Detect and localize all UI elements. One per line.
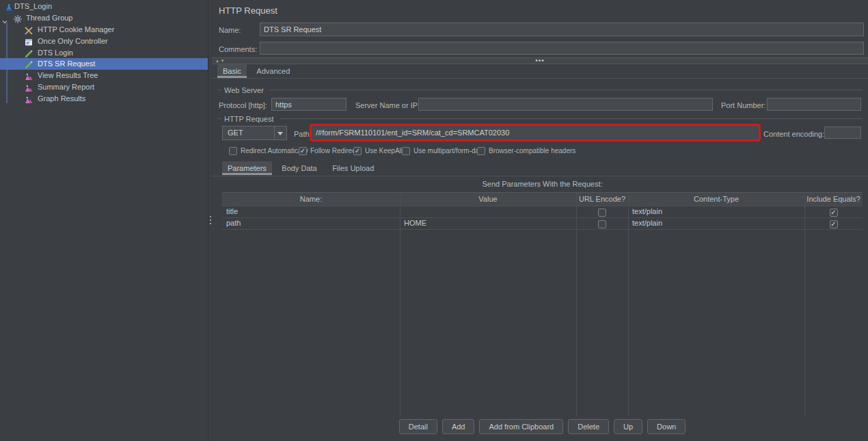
comments-label: Comments:	[219, 45, 257, 53]
name-label: Name:	[219, 26, 241, 34]
delete-button[interactable]: Delete	[568, 419, 609, 434]
tabs-separator	[212, 78, 868, 79]
tree-item-label: Graph Results	[38, 94, 85, 103]
tree-item-view-results-tree[interactable]: View Results Tree	[0, 70, 208, 81]
url-encode-checkbox[interactable]	[598, 220, 606, 228]
parameters-table: Name: Value URL Encode? Content-Type Inc…	[222, 192, 863, 416]
use-multipart-checkbox[interactable]	[402, 147, 410, 155]
page-title: HTTP Request	[219, 5, 277, 16]
include-equals-checkbox[interactable]	[830, 220, 838, 228]
checkbox-item: Browser-compatible headers	[477, 144, 575, 155]
tree-item-label: DTS_Login	[14, 2, 52, 10]
cell-content-type[interactable]: text/plain	[628, 217, 804, 229]
chevron-down-icon	[277, 132, 283, 135]
sampler-icon	[25, 59, 33, 68]
use-keepalive-checkbox[interactable]	[353, 147, 362, 155]
table-buttons: Detail Add Add from Clipboard Delete Up …	[222, 419, 863, 434]
up-button[interactable]: Up	[614, 419, 642, 434]
method-value: GET	[228, 129, 243, 137]
tab-body-data[interactable]: Body Data	[276, 161, 322, 175]
path-label: Path:	[294, 130, 312, 138]
cell-value[interactable]	[400, 206, 576, 217]
cell-include-equals[interactable]	[804, 217, 863, 229]
tree-item-label: Once Only Controller	[38, 37, 108, 45]
tree-item-test-plan[interactable]: DTS_Login	[0, 1, 208, 12]
tab-parameters[interactable]: Parameters	[222, 161, 272, 175]
column-header-url-encode: URL Encode?	[576, 193, 628, 206]
content-encoding-label: Content encoding:	[763, 130, 824, 138]
tree-item-label: DTS SR Request	[38, 59, 95, 68]
cell-url-encode[interactable]	[576, 217, 628, 229]
port-number-input[interactable]	[767, 98, 861, 111]
group-border	[217, 90, 221, 90]
tree-item-graph-results[interactable]: Graph Results	[0, 93, 208, 105]
tree-item-thread-group[interactable]: Thread Group	[0, 12, 208, 24]
controller-icon	[25, 37, 33, 45]
param-tabs-separator	[212, 176, 868, 176]
splitter-grip-icon[interactable]	[210, 216, 211, 217]
comments-input[interactable]	[260, 42, 864, 55]
port-number-label: Port Number:	[721, 101, 765, 109]
collapse-grip-icon[interactable]	[535, 57, 545, 65]
tree-item-dts-sr-request[interactable]: DTS SR Request	[0, 58, 208, 70]
name-input[interactable]	[260, 23, 864, 36]
tree-item-dts-login[interactable]: DTS Login	[0, 47, 208, 59]
column-header-content-type: Content-Type	[628, 193, 804, 206]
sampler-icon	[25, 49, 33, 57]
listener-icon	[25, 71, 33, 79]
method-select[interactable]: GET	[222, 126, 287, 140]
checkbox-label: Browser-compatible headers	[489, 147, 575, 155]
cell-value[interactable]: HOME	[400, 217, 576, 229]
checkbox-item: Redirect Automatically	[229, 144, 308, 155]
test-plan-tree: DTS_Login Thread Group HTTP Cookie Manag…	[0, 0, 208, 441]
path-highlight-box	[310, 124, 761, 142]
browser-compatible-headers-checkbox[interactable]	[477, 147, 485, 155]
down-button[interactable]: Down	[647, 419, 686, 434]
add-button[interactable]: Add	[442, 419, 475, 434]
dropdown-button[interactable]	[274, 126, 286, 139]
main-tabs: Basic Advanced	[217, 64, 297, 79]
include-equals-checkbox[interactable]	[830, 209, 838, 217]
tree-item-http-cookie-manager[interactable]: HTTP Cookie Manager	[0, 24, 208, 36]
follow-redirects-checkbox[interactable]	[299, 147, 307, 155]
redirect-automatically-checkbox[interactable]	[229, 147, 237, 155]
chevron-down-icon[interactable]	[2, 15, 8, 21]
cell-name[interactable]: title	[222, 206, 400, 217]
tree-item-once-only-controller[interactable]: Once Only Controller	[0, 36, 208, 47]
tree-item-summary-report[interactable]: Summary Report	[0, 81, 208, 93]
jmeter-window: DTS_Login Thread Group HTTP Cookie Manag…	[0, 0, 868, 441]
server-name-input[interactable]	[418, 98, 713, 111]
tree-item-label: View Results Tree	[38, 71, 98, 79]
tab-basic[interactable]: Basic	[217, 64, 247, 78]
thread-group-icon	[14, 14, 22, 22]
http-request-panel: HTTP Request Name: Comments: Basic Advan…	[212, 0, 868, 441]
listener-icon	[25, 83, 33, 91]
server-name-label: Server Name or IP:	[355, 101, 420, 109]
content-encoding-input[interactable]	[824, 126, 861, 139]
add-from-clipboard-button[interactable]: Add from Clipboard	[479, 419, 563, 434]
param-tabs: Parameters Body Data Files Upload	[222, 161, 381, 176]
tab-files-upload[interactable]: Files Upload	[327, 161, 379, 175]
cell-name[interactable]: path	[222, 217, 400, 229]
listener-icon	[25, 94, 33, 103]
tree-item-label: DTS Login	[38, 49, 73, 57]
checkbox-item: Follow Redirects	[299, 144, 361, 155]
url-encode-checkbox[interactable]	[598, 209, 606, 217]
group-border	[269, 90, 863, 90]
tab-advanced[interactable]: Advanced	[251, 64, 295, 78]
checkbox-item: Use multipart/form-data	[402, 144, 485, 155]
http-request-group-title: HTTP Request	[224, 115, 274, 123]
cell-include-equals[interactable]	[804, 206, 863, 217]
protocol-input[interactable]	[271, 98, 347, 111]
tree-item-label: Thread Group	[26, 14, 72, 22]
detail-button[interactable]: Detail	[399, 419, 437, 434]
path-input[interactable]	[312, 126, 759, 139]
tree-item-label: Summary Report	[38, 83, 94, 91]
cell-content-type[interactable]: text/plain	[628, 206, 804, 217]
column-header-name: Name:	[222, 193, 400, 206]
collapse-arrows-icon[interactable]	[215, 58, 225, 64]
collapse-bar[interactable]	[212, 57, 868, 64]
checkbox-label: Use multipart/form-data	[413, 147, 485, 155]
protocol-label: Protocol [http]:	[219, 101, 267, 109]
cell-url-encode[interactable]	[576, 206, 628, 217]
